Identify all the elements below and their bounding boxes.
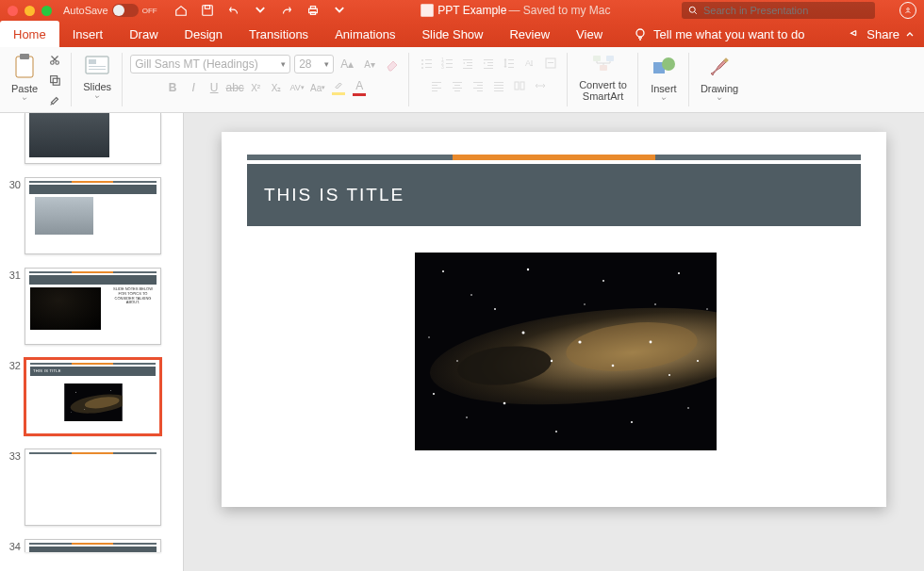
chevron-down-icon[interactable] — [331, 2, 348, 19]
columns-button[interactable] — [510, 77, 529, 94]
bullets-button[interactable] — [417, 55, 436, 72]
svg-point-80 — [442, 270, 444, 272]
decrease-font-button[interactable]: A▾ — [360, 56, 379, 73]
tab-slideshow[interactable]: Slide Show — [408, 21, 496, 47]
tell-me-search[interactable]: Tell me what you want to do — [633, 21, 804, 47]
thumb-row[interactable]: 31 SLIDE NOTES BELOW FOR TOPICS TO CONSI… — [0, 264, 183, 354]
align-text-button[interactable] — [541, 55, 560, 72]
increase-indent-button[interactable] — [479, 55, 498, 72]
tab-design[interactable]: Design — [172, 21, 236, 47]
copy-button[interactable] — [45, 72, 64, 89]
svg-rect-56 — [477, 90, 483, 91]
tab-insert[interactable]: Insert — [59, 21, 117, 47]
maximize-window-button[interactable] — [41, 6, 52, 16]
search-input[interactable] — [703, 5, 869, 16]
font-color-button[interactable]: A — [350, 79, 369, 96]
subscript-button[interactable]: X₂ — [267, 79, 286, 96]
svg-rect-16 — [89, 59, 96, 64]
chevron-up-icon[interactable] — [905, 29, 915, 39]
autosave-state: OFF — [142, 7, 157, 15]
tab-draw[interactable]: Draw — [116, 21, 171, 47]
slide-canvas-area[interactable]: THIS IS TITLE — [184, 113, 924, 571]
slide-thumbnail-33[interactable] — [25, 449, 161, 526]
undo-icon[interactable] — [225, 2, 242, 19]
align-right-button[interactable] — [469, 77, 487, 94]
share-button[interactable]: Share — [838, 21, 924, 47]
slide-galaxy-image[interactable] — [415, 253, 717, 450]
paste-button[interactable]: Paste — [8, 51, 41, 104]
insert-button[interactable]: Insert — [646, 51, 682, 104]
account-icon[interactable] — [899, 2, 916, 19]
chevron-down-icon[interactable] — [716, 96, 723, 102]
slide-thumbnail-34[interactable] — [25, 539, 161, 552]
tab-transitions[interactable]: Transitions — [236, 21, 322, 47]
increase-font-button[interactable]: A▴ — [338, 56, 356, 73]
slide-accent-bar — [247, 155, 861, 160]
superscript-button[interactable]: X² — [246, 79, 265, 96]
slide-thumbnail[interactable] — [25, 113, 161, 164]
chevron-down-icon[interactable] — [21, 96, 28, 102]
convert-smartart-button[interactable]: Convert toSmartArt — [575, 51, 631, 104]
text-direction-button[interactable]: A — [520, 55, 539, 72]
svg-point-67 — [662, 57, 675, 71]
toggle-switch-icon — [112, 4, 139, 17]
chevron-down-icon[interactable] — [252, 2, 269, 19]
change-case-button[interactable]: Aa▾ — [308, 79, 327, 96]
thumb-row[interactable]: 33 — [0, 445, 183, 535]
clear-formatting-button[interactable] — [383, 56, 402, 73]
distributed-button[interactable] — [531, 77, 550, 94]
cut-button[interactable] — [45, 51, 64, 68]
strikethrough-button[interactable]: abc — [225, 79, 244, 96]
slide-thumbnails-panel[interactable]: 30 31 SLIDE NOTES BELOW FOR TOPICS TO CO… — [0, 113, 184, 571]
search-input-container[interactable] — [682, 2, 875, 19]
tab-home[interactable]: Home — [0, 21, 59, 47]
slide-thumbnail-31[interactable]: SLIDE NOTES BELOW FOR TOPICS TO CONSIDER… — [25, 268, 161, 345]
thumb-row-partial[interactable] — [0, 113, 183, 173]
underline-button[interactable]: U — [205, 79, 223, 96]
font-name-combo[interactable]: Gill Sans MT (Headings)▾ — [130, 55, 290, 73]
text-direction-icon: A — [523, 57, 536, 70]
svg-rect-9 — [16, 57, 33, 77]
tab-view[interactable]: View — [563, 21, 616, 47]
new-slide-button[interactable]: Slides — [79, 51, 115, 102]
autosave-toggle[interactable]: AutoSave OFF — [63, 4, 157, 17]
save-icon[interactable] — [199, 2, 216, 19]
doc-status: — Saved to my Mac — [508, 4, 610, 17]
bullets-icon — [420, 57, 433, 70]
svg-rect-47 — [432, 88, 441, 89]
bold-button[interactable]: B — [163, 79, 182, 96]
svg-rect-60 — [494, 90, 503, 91]
minimize-window-button[interactable] — [25, 6, 35, 16]
scissors-icon — [48, 53, 61, 66]
smartart-icon — [589, 53, 618, 77]
close-window-button[interactable] — [8, 6, 18, 16]
thumb-note: SLIDE NOTES BELOW FOR TOPICS TO CONSIDER… — [110, 287, 156, 305]
thumb-row[interactable]: 32 THIS IS TITLE — [0, 354, 183, 445]
home-icon[interactable] — [173, 2, 190, 19]
font-size-combo[interactable]: 28▾ — [294, 55, 334, 73]
line-spacing-button[interactable] — [500, 55, 519, 72]
thumb-number: 31 — [4, 268, 25, 281]
format-painter-button[interactable] — [45, 92, 64, 109]
tab-review[interactable]: Review — [496, 21, 563, 47]
drawing-button[interactable]: Drawing — [697, 51, 742, 104]
justify-button[interactable] — [489, 77, 508, 94]
align-center-button[interactable] — [448, 77, 467, 94]
tab-animations[interactable]: Animations — [322, 21, 408, 47]
align-left-button[interactable] — [427, 77, 446, 94]
redo-icon[interactable] — [278, 2, 295, 19]
print-icon[interactable] — [305, 2, 322, 19]
highlight-button[interactable] — [329, 79, 348, 96]
chevron-down-icon[interactable] — [660, 96, 668, 102]
thumb-row[interactable]: 30 — [0, 173, 183, 264]
italic-button[interactable]: I — [184, 79, 203, 96]
decrease-indent-button[interactable] — [458, 55, 477, 72]
thumb-row[interactable]: 34 — [0, 535, 183, 552]
slide-thumbnail-32-selected[interactable]: THIS IS TITLE — [25, 358, 161, 435]
numbering-button[interactable]: 123 — [437, 55, 456, 72]
chevron-down-icon[interactable] — [93, 94, 101, 100]
slide-title[interactable]: THIS IS TITLE — [264, 185, 404, 205]
character-spacing-button[interactable]: AV▾ — [288, 79, 306, 96]
slide-canvas[interactable]: THIS IS TITLE — [222, 132, 886, 507]
slide-thumbnail-30[interactable] — [25, 177, 161, 254]
